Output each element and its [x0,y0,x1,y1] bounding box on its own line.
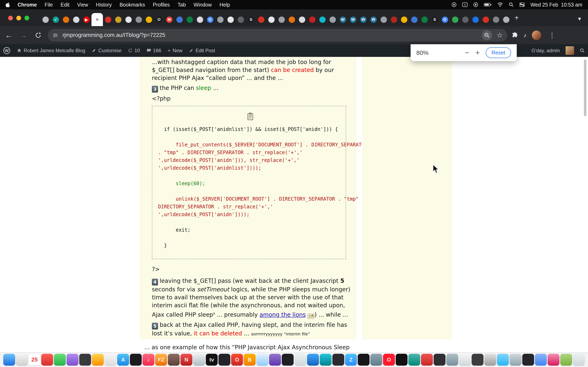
site-name-link[interactable]: Robert James Metcalfe Blog [13,44,88,57]
now-playing-icon[interactable] [473,2,478,7]
dock-app-icon[interactable] [573,354,585,366]
zoom-reset-button[interactable]: Reset [486,47,511,58]
extensions-puzzle-icon[interactable] [512,32,518,39]
minimize-window-button[interactable] [16,16,21,20]
browser-tab[interactable]: W [368,13,379,26]
browser-tab[interactable] [144,13,154,26]
wifi-icon[interactable] [497,2,503,7]
dock-app-icon[interactable] [307,354,319,366]
dock-app-icon[interactable] [421,354,433,366]
browser-tab[interactable] [317,13,328,26]
zoom-indicator-icon[interactable] [482,30,492,40]
browser-tab[interactable] [419,13,430,26]
spotlight-search-icon[interactable] [509,2,514,7]
my-account-link[interactable]: G'day, admin [528,44,563,57]
new-tab-button[interactable]: + [515,13,519,22]
dock-app-icon[interactable] [535,354,547,366]
browser-tab[interactable] [40,13,51,26]
menubar-item[interactable]: Window [194,2,212,8]
browser-tab[interactable] [113,13,123,26]
browser-tab[interactable] [266,13,277,26]
menubar-item[interactable]: Profiles [153,2,170,8]
dock-app-icon[interactable]: O [231,354,243,366]
dock-app-icon[interactable] [459,354,471,366]
browser-tab[interactable] [215,13,225,26]
browser-tab[interactable] [236,13,246,26]
dock-app-icon[interactable] [92,354,104,366]
dock-app-icon[interactable] [522,354,534,366]
browser-tab[interactable] [195,13,205,26]
browser-tab[interactable] [450,13,460,26]
browser-tab[interactable] [491,13,501,26]
dock-app-icon[interactable] [358,354,370,366]
browser-tab[interactable] [277,13,287,26]
browser-tab[interactable] [103,13,113,26]
browser-tab[interactable]: ✓ [51,13,61,26]
menubar-item[interactable]: Edit [61,2,69,8]
dock-app-icon[interactable] [396,354,407,366]
browser-tab[interactable] [470,13,481,26]
edit-post-link[interactable]: Edit Post [186,44,218,57]
dock-app-icon[interactable] [193,354,205,366]
browser-tab[interactable] [389,13,399,26]
bookmark-star-icon[interactable]: ☆ [497,31,503,39]
back-button[interactable]: ← [3,29,15,41]
browser-tab[interactable]: M [164,13,174,26]
browser-tab[interactable] [123,13,134,26]
menubar-clock[interactable]: Wed 25 Feb 10:53 am [530,2,582,8]
menubar-item[interactable]: Chrome [17,2,37,8]
browser-tab[interactable] [287,13,297,26]
browser-tab[interactable] [297,13,307,26]
browser-tab[interactable] [61,13,71,26]
dock-app-icon[interactable]: 25 [29,354,40,366]
input-source-icon[interactable]: A [462,2,467,7]
dock-app-icon[interactable] [548,354,559,366]
browser-tab[interactable] [225,13,236,26]
dock-app-icon[interactable] [332,354,344,366]
browser-tab[interactable]: W [358,13,368,26]
browser-tab[interactable]: G [440,13,450,26]
dock-app-icon[interactable] [79,354,91,366]
zoom-in-button[interactable]: + [472,48,483,57]
dock-app-icon[interactable] [320,354,332,366]
browser-tab[interactable] [307,13,317,26]
browser-tab[interactable] [71,13,81,26]
dock-app-icon[interactable] [446,354,458,366]
dock-app-icon[interactable] [54,354,66,366]
dock-app-icon[interactable] [130,354,142,366]
scrollbar-thumb[interactable] [584,59,586,116]
address-bar[interactable]: rjmprogramming.com.au/ITblog/?p=72225 ☆ [48,29,507,42]
media-controls-icon[interactable]: ♪ [523,32,527,39]
apple-logo-icon[interactable] [6,2,10,7]
browser-tab[interactable] [409,13,419,26]
browser-tab[interactable]: W [338,13,348,26]
dock-app-icon[interactable] [41,354,53,366]
dock-app-icon[interactable] [67,354,78,366]
comments-link[interactable]: 166 [143,44,164,57]
dock-app-icon[interactable]: FZ [155,354,167,366]
dock-app-icon[interactable] [510,354,521,366]
dock-app-icon[interactable]: O [383,354,395,366]
menubar-item[interactable]: Tab [178,2,186,8]
admin-avatar[interactable] [566,46,574,55]
dock-app-icon[interactable] [434,354,445,366]
dock-app-icon[interactable]: ♪ [143,354,154,366]
browser-tab[interactable]: ▶ [81,13,91,26]
dock-app-icon[interactable] [294,354,306,366]
browser-tab[interactable] [174,13,185,26]
browser-tab[interactable]: S [246,13,256,26]
new-content-link[interactable]: +New [164,44,186,57]
dock-app-icon[interactable]: Z [345,354,357,366]
dock-app-icon[interactable] [472,354,484,366]
browser-tab[interactable]: O [154,13,164,26]
browser-tab[interactable] [501,13,511,26]
menubar-item[interactable]: File [44,2,53,8]
admin-search-icon[interactable] [577,44,588,57]
dock-app-icon[interactable] [497,354,509,366]
browser-tab[interactable] [185,13,195,26]
dock-app-icon[interactable] [168,354,180,366]
dock-app-icon[interactable]: A [117,354,129,366]
reload-button[interactable] [32,29,44,41]
browser-menu-icon[interactable]: ⋮ [546,31,558,39]
dock-app-icon[interactable] [282,354,294,366]
